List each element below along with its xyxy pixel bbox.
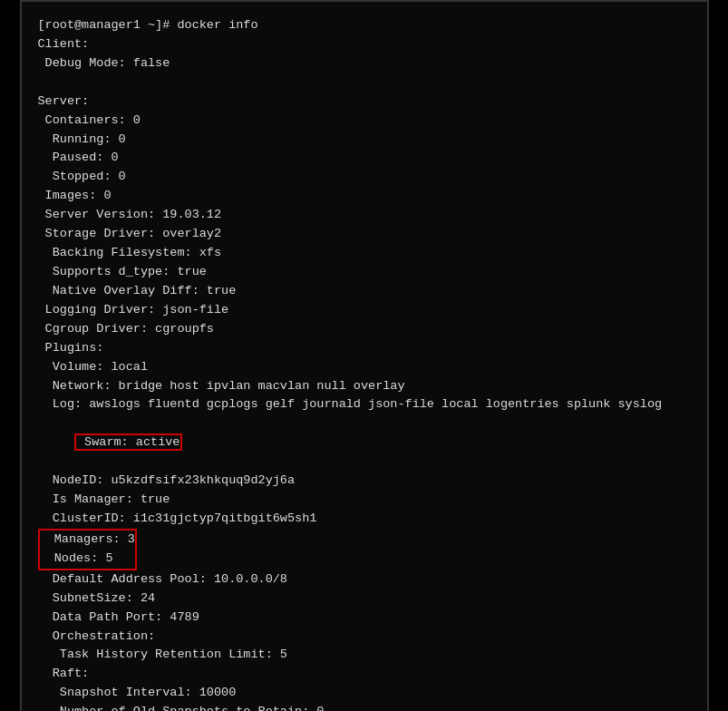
swarm-status-line: Swarm: active (38, 414, 691, 472)
subnet-size: SubnetSize: 24 (38, 589, 691, 609)
raft-label: Raft: (38, 665, 691, 684)
supports-dtype: Supports d_type: true (38, 263, 691, 282)
old-snapshots-retain: Number of Old Snapshots to Retain: 0 (38, 703, 691, 711)
log-plugin: Log: awslogs fluentd gcplogs gelf journa… (38, 395, 691, 414)
managers-count: Managers: 3 (40, 531, 135, 550)
backing-filesystem: Backing Filesystem: xfs (38, 244, 691, 263)
blank-line-1 (38, 73, 691, 93)
debug-mode: Debug Mode: false (38, 54, 691, 73)
terminal-prompt: [root@manager1 ~]# docker info (38, 16, 691, 35)
running: Running: 0 (38, 131, 691, 150)
paused: Paused: 0 (38, 149, 691, 168)
cgroup-driver: Cgroup Driver: cgroupfs (38, 320, 691, 339)
snapshot-interval: Snapshot Interval: 10000 (38, 684, 691, 703)
swarm-prefix (67, 435, 74, 449)
swarm-active-highlight: Swarm: active (74, 433, 182, 451)
client-label: Client: (38, 35, 691, 54)
nodes-count: Nodes: 5 (40, 550, 135, 569)
images: Images: 0 (38, 187, 691, 206)
task-history-retention: Task History Retention Limit: 5 (38, 646, 691, 665)
orchestration-label: Orchestration: (38, 628, 691, 647)
data-path-port: Data Path Port: 4789 (38, 609, 691, 628)
logging-driver: Logging Driver: json-file (38, 301, 691, 320)
stopped: Stopped: 0 (38, 168, 691, 187)
network-plugin: Network: bridge host ipvlan macvlan null… (38, 377, 691, 396)
managers-nodes-highlight: Managers: 3 Nodes: 5 (38, 529, 137, 570)
swarm-active-text: Swarm: active (77, 435, 180, 449)
node-id: NodeID: u5kzdfsifx23khkquq9d2yj6a (38, 472, 691, 491)
server-label: Server: (38, 93, 691, 112)
terminal-window: [root@manager1 ~]# docker info Client: D… (20, 0, 709, 711)
default-address-pool: Default Address Pool: 10.0.0.0/8 (38, 570, 691, 589)
containers: Containers: 0 (38, 112, 691, 131)
storage-driver: Storage Driver: overlay2 (38, 225, 691, 244)
volume-plugin: Volume: local (38, 358, 691, 377)
server-version: Server Version: 19.03.12 (38, 206, 691, 225)
native-overlay-diff: Native Overlay Diff: true (38, 282, 691, 301)
is-manager: Is Manager: true (38, 491, 691, 510)
plugins-label: Plugins: (38, 339, 691, 358)
cluster-id: ClusterID: i1c31gjctyp7qitbgit6w5sh1 (38, 510, 691, 529)
